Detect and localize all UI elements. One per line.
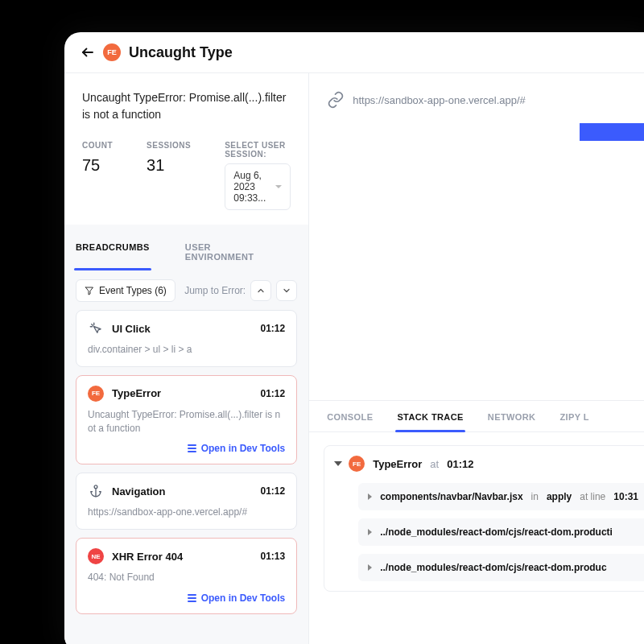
tab-zipy[interactable]: ZIPY L bbox=[559, 412, 588, 431]
svg-marker-1 bbox=[86, 287, 93, 295]
tab-network[interactable]: NETWORK bbox=[488, 412, 536, 431]
event-card-typeerror[interactable]: FE TypeError 01:12 Uncaught TypeError: P… bbox=[76, 375, 297, 465]
session-select-value: Aug 6, 2023 09:33... bbox=[233, 170, 270, 204]
jump-to-error: Jump to Error: bbox=[184, 280, 297, 301]
stat-count: COUNT 75 bbox=[82, 141, 113, 175]
list-icon bbox=[188, 594, 196, 602]
error-message: Uncaught TypeError: Promise.all(...).fil… bbox=[82, 89, 291, 123]
ne-badge: NE bbox=[88, 548, 104, 564]
event-time: 01:13 bbox=[260, 551, 285, 562]
frame-path: ../node_modules/react-dom/cjs/react-dom.… bbox=[380, 562, 606, 573]
session-select[interactable]: Aug 6, 2023 09:33... bbox=[225, 163, 291, 210]
event-detail: 404: Not Found bbox=[88, 571, 285, 584]
frame-fn: apply bbox=[547, 491, 572, 502]
triangle-right-icon bbox=[368, 529, 372, 535]
frame-path: components/navbar/Navbar.jsx bbox=[380, 491, 522, 502]
tab-user-environment[interactable]: USER ENVIRONMENT bbox=[185, 236, 262, 270]
preview-url-row: https://sandbox-app-one.vercel.app/# bbox=[309, 73, 644, 117]
frame-in: in bbox=[531, 491, 539, 502]
fe-badge: FE bbox=[103, 43, 121, 61]
preview-url[interactable]: https://sandbox-app-one.vercel.app/# bbox=[353, 94, 526, 106]
event-title: Navigation bbox=[112, 485, 252, 497]
select-session-label: SELECT USER SESSION: bbox=[225, 141, 291, 159]
count-value: 75 bbox=[82, 156, 113, 175]
chevron-up-icon bbox=[256, 286, 266, 295]
event-title: XHR Error 404 bbox=[112, 551, 252, 563]
open-devtools-label: Open in Dev Tools bbox=[201, 592, 285, 604]
sessions-label: SESSIONS bbox=[147, 141, 191, 150]
frame-at: at line bbox=[580, 491, 605, 502]
event-card-navigation[interactable]: Navigation 01:12 https://sandbox-app-one… bbox=[76, 473, 297, 530]
event-title: TypeError bbox=[112, 387, 252, 399]
tab-breadcrumbs[interactable]: BREADCRUMBS bbox=[76, 236, 150, 270]
right-panel: https://sandbox-app-one.vercel.app/# CON… bbox=[309, 73, 644, 644]
stack-title: TypeError bbox=[373, 458, 422, 470]
jump-prev-button[interactable] bbox=[250, 280, 271, 301]
event-time: 01:12 bbox=[260, 388, 285, 399]
list-icon bbox=[188, 444, 196, 452]
page-title: Uncaught Type bbox=[129, 44, 233, 61]
jump-label: Jump to Error: bbox=[184, 285, 246, 296]
anchor-icon bbox=[88, 483, 104, 499]
stack-frame[interactable]: components/navbar/Navbar.jsx in apply at… bbox=[358, 483, 644, 510]
frame-list: components/navbar/Navbar.jsx in apply at… bbox=[358, 483, 644, 581]
stack-frame[interactable]: ../node_modules/react-dom/cjs/react-dom.… bbox=[358, 518, 644, 546]
arrow-left-icon bbox=[80, 45, 95, 60]
tab-console[interactable]: CONSOLE bbox=[327, 412, 373, 431]
chevron-down-icon bbox=[275, 185, 282, 188]
event-card-xhr-error[interactable]: NE XHR Error 404 01:13 404: Not Found Op… bbox=[76, 538, 297, 614]
breadcrumbs-panel: BREADCRUMBS USER ENVIRONMENT Event Types… bbox=[64, 225, 308, 644]
stack-at-label: at bbox=[430, 458, 439, 470]
main: Uncaught TypeError: Promise.all(...).fil… bbox=[64, 73, 644, 644]
sessions-value: 31 bbox=[147, 156, 191, 175]
stack-frame[interactable]: ../node_modules/react-dom/cjs/react-dom.… bbox=[358, 554, 644, 581]
fe-badge: FE bbox=[349, 456, 365, 472]
stack-trace-panel: FE TypeError at 01:12 components/navbar/… bbox=[324, 445, 644, 592]
right-tabs: CONSOLE STACK TRACE NETWORK ZIPY L bbox=[309, 400, 644, 432]
link-icon bbox=[327, 91, 345, 109]
event-types-label: Event Types (6) bbox=[99, 285, 167, 296]
triangle-right-icon bbox=[368, 564, 372, 571]
left-panel: Uncaught TypeError: Promise.all(...).fil… bbox=[64, 73, 309, 644]
event-card-uiclick[interactable]: UI Click 01:12 div.container > ul > li >… bbox=[76, 310, 297, 367]
app-window: FE Uncaught Type Uncaught TypeError: Pro… bbox=[64, 32, 644, 644]
event-title: UI Click bbox=[112, 323, 252, 335]
event-detail: https://sandbox-app-one.vercel.app/# bbox=[88, 506, 285, 519]
open-devtools-link[interactable]: Open in Dev Tools bbox=[88, 592, 285, 604]
open-devtools-link[interactable]: Open in Dev Tools bbox=[88, 443, 285, 454]
stack-time: 01:12 bbox=[447, 458, 473, 470]
frame-path: ../node_modules/react-dom/cjs/react-dom.… bbox=[380, 526, 613, 538]
stat-select-session: SELECT USER SESSION: Aug 6, 2023 09:33..… bbox=[225, 141, 291, 210]
back-button[interactable] bbox=[80, 45, 95, 60]
title-bar: FE Uncaught Type bbox=[64, 32, 644, 73]
jump-next-button[interactable] bbox=[276, 280, 297, 301]
frame-line: 10:31 bbox=[613, 491, 638, 502]
stat-sessions: SESSIONS 31 bbox=[147, 141, 191, 175]
event-detail: div.container > ul > li > a bbox=[88, 343, 285, 357]
filter-row: Event Types (6) Jump to Error: bbox=[76, 279, 297, 302]
event-types-filter[interactable]: Event Types (6) bbox=[76, 279, 175, 302]
event-time: 01:12 bbox=[260, 485, 285, 497]
preview-bar bbox=[580, 123, 644, 141]
tab-stack-trace[interactable]: STACK TRACE bbox=[397, 412, 463, 431]
session-preview[interactable] bbox=[327, 123, 644, 397]
chevron-down-icon bbox=[282, 286, 291, 295]
funnel-icon bbox=[85, 286, 94, 295]
count-label: COUNT bbox=[82, 141, 113, 150]
fe-badge: FE bbox=[88, 386, 104, 402]
left-tabs: BREADCRUMBS USER ENVIRONMENT bbox=[76, 225, 297, 270]
stats-row: COUNT 75 SESSIONS 31 SELECT USER SESSION… bbox=[82, 141, 291, 210]
stack-head[interactable]: FE TypeError at 01:12 bbox=[336, 456, 644, 472]
event-list: UI Click 01:12 div.container > ul > li >… bbox=[76, 310, 297, 614]
open-devtools-label: Open in Dev Tools bbox=[201, 443, 285, 454]
event-time: 01:12 bbox=[260, 323, 285, 334]
disclosure-icon bbox=[334, 461, 342, 466]
triangle-right-icon bbox=[368, 493, 372, 500]
click-icon bbox=[88, 320, 104, 336]
error-summary: Uncaught TypeError: Promise.all(...).fil… bbox=[64, 73, 308, 225]
event-detail: Uncaught TypeError: Promise.all(...).fil… bbox=[88, 408, 285, 436]
